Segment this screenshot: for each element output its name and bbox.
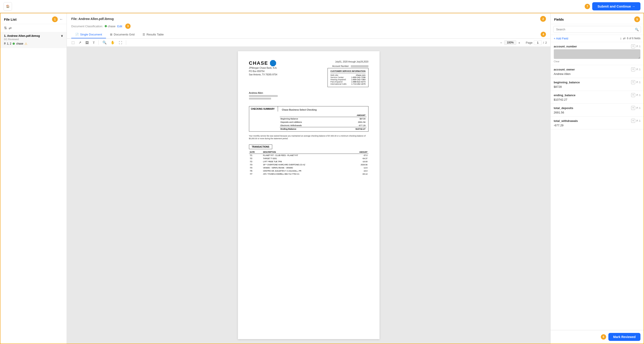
submit-continue-button[interactable]: Submit and Continue → bbox=[592, 2, 640, 11]
transaction-row: 7/6CENTRO DE JUGUETES Y A AGUADILL, PR-1… bbox=[249, 169, 368, 173]
single-doc-icon: 📄 bbox=[75, 33, 79, 36]
home-button[interactable]: 🏠 bbox=[4, 2, 12, 11]
tab-results-table[interactable]: ☰ Results Table bbox=[138, 31, 168, 38]
footer-right: 6 Mark Reviewed bbox=[601, 333, 640, 341]
address-line2: PO Box 659754 bbox=[249, 70, 277, 73]
transaction-row: 7/7APL* ITUNES.COM/BILL 866-712-7753 CA-… bbox=[249, 173, 368, 176]
txn-amount: -10.0 bbox=[348, 169, 368, 173]
field-name-label: account_number bbox=[554, 45, 577, 48]
sr-deposits-label: Deposits and Additions bbox=[280, 120, 337, 124]
field-meta: T P. 1 bbox=[631, 44, 640, 48]
page-label: P. 1, 2 bbox=[4, 42, 11, 45]
service-note: Your monthly service fee was waived beca… bbox=[249, 135, 368, 140]
field-item-account-number: account_number T P. 1 Clear bbox=[550, 42, 644, 65]
doc-header: File: Andrew Allen.pdf.ibmsg 2 Document … bbox=[67, 13, 550, 39]
sort-button[interactable]: ↕ bbox=[620, 37, 622, 40]
zoom-controls: − 100% + bbox=[499, 40, 522, 45]
account-number-row: Account Number: XXXXXXXXXX bbox=[328, 65, 368, 68]
field-item-beginning-balance: beginning_balance T P. 1 $8728 bbox=[550, 78, 644, 91]
tab-docs-grid-label: Documents Grid bbox=[114, 33, 134, 36]
txn-date: 7/2 bbox=[249, 157, 262, 160]
fields-toolbar: + Add Field ↕ ⇄ 6 of 6 fields bbox=[550, 35, 644, 42]
summary-table-wrapper: CHECKING SUMMARY Chase Business Select C… bbox=[249, 106, 368, 132]
filter-icon[interactable]: ⇄ bbox=[9, 26, 12, 30]
sort-up-icon[interactable]: ⇅ bbox=[4, 26, 7, 30]
field-item-total-withdrawals: total_withdrawals T P. 1 -677.29 bbox=[550, 117, 644, 129]
col-amount: AMOUNT bbox=[348, 150, 368, 154]
cs-row-espanol: Para Espanol:1-888-622-4273 bbox=[330, 81, 366, 83]
checking-col-desc bbox=[280, 114, 337, 117]
text-tool-button[interactable]: T bbox=[92, 40, 96, 45]
center-panel: File: Andrew Allen.pdf.ibmsg 2 Document … bbox=[67, 13, 550, 343]
zoom-in-button[interactable]: + bbox=[517, 40, 522, 45]
field-item-total-deposits: total_deposits T P. 1 2691.56 bbox=[550, 104, 644, 117]
txn-amount: -12.6 bbox=[348, 166, 368, 169]
field-item-ending-balance: ending_balance T P. 1 $10742.27 bbox=[550, 91, 644, 104]
field-name-label: total_withdrawals bbox=[554, 119, 578, 123]
txn-date: 7/4 bbox=[249, 166, 262, 169]
chase-green-dot bbox=[105, 25, 107, 27]
doc-viewer[interactable]: CHASE JPMorgan Chase Bank, N.A. PO Box 6… bbox=[67, 47, 550, 343]
filter-fields-button[interactable]: ⇄ bbox=[623, 37, 626, 40]
field-name-label: ending_balance bbox=[554, 94, 576, 97]
close-panel-button[interactable]: ← bbox=[60, 17, 63, 21]
transactions-header-box: TRANSACTIONS bbox=[249, 144, 272, 149]
toolbar-separator-2 bbox=[126, 40, 126, 45]
page-total: 2 bbox=[545, 41, 547, 44]
fields-count: 6 of 6 fields bbox=[627, 37, 640, 40]
sr-beginning-value: $8728 bbox=[337, 117, 366, 121]
field-item-account-owner: account_owner T P. 1 Andrew Allen bbox=[550, 65, 644, 78]
external-link-button[interactable]: ↗ bbox=[78, 40, 82, 45]
field-page: P. 1 bbox=[636, 81, 640, 84]
add-field-button[interactable]: + Add Field bbox=[554, 37, 568, 40]
txn-desc: CENTRO DE JUGUETES Y A AGUADILL, PR bbox=[262, 169, 349, 173]
image-tool-button[interactable]: 🖼 bbox=[84, 40, 90, 45]
cs-rows: Web site:chase.com Service Center:1-800-… bbox=[330, 74, 366, 85]
tab-documents-grid[interactable]: ⊞ Documents Grid bbox=[106, 31, 138, 38]
file-list-header-right: 1 ← bbox=[52, 17, 63, 22]
txn-desc: APL* ITUNES.COM/BILL 866-712-7753 CA bbox=[262, 173, 349, 176]
sr-deposits-value: 2691.56 bbox=[337, 120, 366, 124]
transaction-row: 7/4VENMO - VERIFLYBANK - VENMO-12.6 bbox=[249, 166, 368, 169]
file-list-panel: File List 1 ← ⇅ ⇄ 1. Andrew Allen.pdf.ib… bbox=[0, 13, 67, 343]
field-clear-button[interactable]: Clear bbox=[554, 60, 640, 63]
txn-amount: 2526.56 bbox=[348, 163, 368, 166]
summary-type: Chase Business Select Checking bbox=[280, 107, 366, 112]
classification-value: chase bbox=[108, 25, 116, 28]
cs-row-hearing: Hearing Impaired:1-800-242-7383 bbox=[330, 78, 366, 81]
crop-tool-button[interactable]: ⬚ bbox=[70, 40, 76, 45]
fields-search-input[interactable] bbox=[553, 26, 641, 33]
transaction-row: 7/2LYFT *RIDE TUE 7PM-16.93 bbox=[249, 160, 368, 163]
page-number-input[interactable] bbox=[534, 40, 542, 45]
statement-period-text: July01, 2020 through July28,2020 bbox=[328, 60, 368, 64]
edit-classification-link[interactable]: Edit bbox=[117, 25, 122, 28]
file-item-tags: P. 1, 2 chase ⚠ bbox=[4, 42, 63, 45]
tab-single-doc-label: Single Document bbox=[80, 33, 102, 36]
tab-single-document[interactable]: 📄 Single Document bbox=[71, 31, 106, 38]
customer-service-box: CUSTOMER SERVICE INFORMATION Web site:ch… bbox=[328, 68, 368, 87]
doc-tabs: 📄 Single Document ⊞ Documents Grid ☰ Res… bbox=[71, 31, 546, 38]
ending-balance-value: $10742.27 bbox=[554, 98, 640, 101]
top-bar-left: 🏠 bbox=[4, 2, 12, 11]
field-name-row: total_withdrawals T P. 1 bbox=[554, 119, 640, 123]
chase-right-col: July01, 2020 through July28,2020 Account… bbox=[328, 60, 368, 87]
statement-period: July01, 2020 through July28,2020 Account… bbox=[328, 60, 368, 68]
file-item[interactable]: 1. Andrew Allen.pdf.ibmsg ∨ 0/1 Reviewed… bbox=[0, 32, 66, 48]
total-withdrawals-value: -677.29 bbox=[554, 124, 640, 127]
pan-tool-button[interactable]: ✋ bbox=[110, 40, 116, 45]
search-tool-button[interactable]: 🔍 bbox=[101, 40, 108, 45]
fullscreen-button[interactable]: ⛶ bbox=[118, 40, 123, 45]
zoom-out-button[interactable]: − bbox=[499, 40, 503, 45]
file-list-title: File List bbox=[4, 18, 16, 21]
field-type-icon: T bbox=[631, 44, 635, 48]
main-layout: File List 1 ← ⇅ ⇄ 1. Andrew Allen.pdf.ib… bbox=[0, 13, 644, 344]
classification-row: Document Classification: chase Edit 3 bbox=[71, 24, 546, 29]
chase-tag-label: chase bbox=[16, 42, 23, 45]
account-number-input[interactable] bbox=[554, 49, 640, 59]
address-blurred-1 bbox=[249, 95, 278, 97]
file-item-reviewed: 0/1 Reviewed bbox=[4, 38, 63, 41]
badge-6: 6 bbox=[601, 334, 606, 339]
file-list-badge: 1 bbox=[52, 17, 58, 22]
cs-row-website: Web site:chase.com bbox=[330, 74, 366, 76]
mark-reviewed-button[interactable]: Mark Reviewed bbox=[608, 333, 640, 341]
